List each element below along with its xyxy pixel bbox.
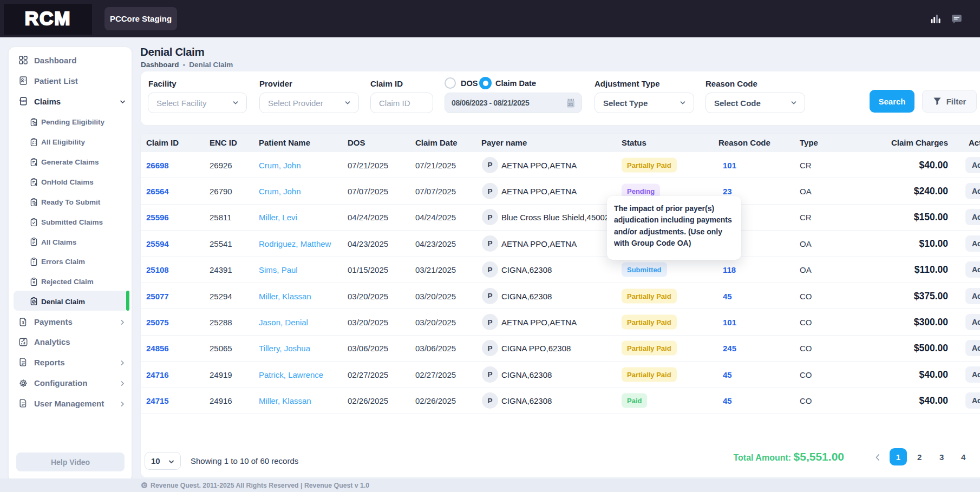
- svg-text:CLAIM: CLAIM: [21, 100, 26, 102]
- svg-text:$: $: [22, 320, 24, 325]
- svg-text:31: 31: [568, 102, 573, 107]
